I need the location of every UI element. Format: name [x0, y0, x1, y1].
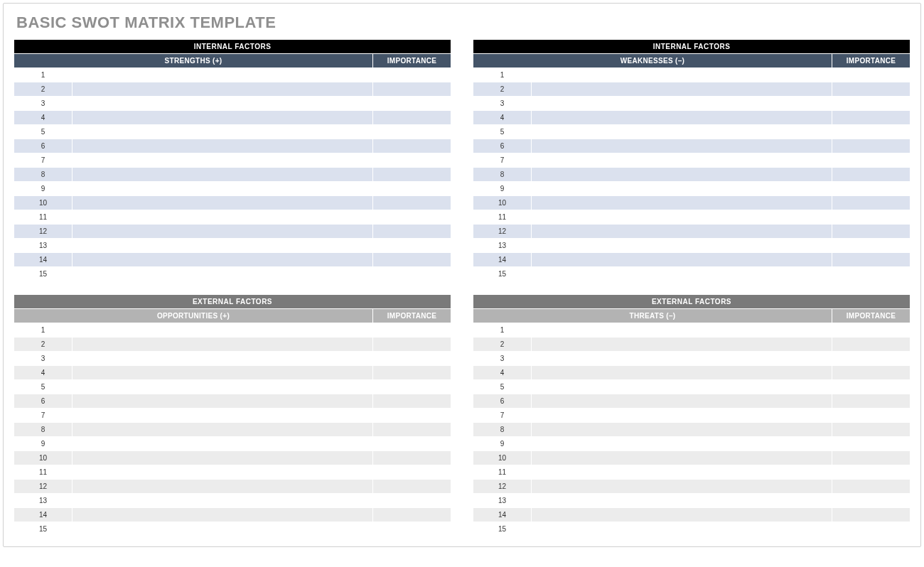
importance-cell[interactable] [832, 409, 910, 423]
importance-cell[interactable] [372, 111, 451, 125]
item-cell[interactable] [72, 125, 373, 139]
item-cell[interactable] [532, 68, 832, 82]
importance-cell[interactable] [372, 97, 451, 111]
importance-cell[interactable] [832, 253, 910, 267]
importance-cell[interactable] [372, 494, 451, 508]
importance-cell[interactable] [832, 338, 910, 352]
item-cell[interactable] [532, 508, 832, 522]
item-cell[interactable] [72, 267, 373, 281]
importance-cell[interactable] [832, 480, 910, 494]
importance-cell[interactable] [372, 394, 451, 409]
item-cell[interactable] [72, 323, 373, 338]
item-cell[interactable] [72, 352, 373, 366]
importance-cell[interactable] [832, 182, 910, 196]
item-cell[interactable] [532, 451, 832, 465]
importance-cell[interactable] [832, 437, 910, 451]
item-cell[interactable] [532, 494, 832, 508]
item-cell[interactable] [532, 168, 832, 182]
importance-cell[interactable] [372, 225, 451, 239]
item-cell[interactable] [72, 423, 373, 437]
importance-cell[interactable] [372, 139, 451, 153]
importance-cell[interactable] [832, 423, 910, 437]
item-cell[interactable] [72, 494, 373, 508]
item-cell[interactable] [532, 465, 832, 480]
item-cell[interactable] [532, 153, 832, 168]
item-cell[interactable] [72, 253, 373, 267]
item-cell[interactable] [72, 394, 373, 409]
importance-cell[interactable] [372, 323, 451, 338]
item-cell[interactable] [72, 508, 373, 522]
importance-cell[interactable] [832, 139, 910, 153]
importance-cell[interactable] [832, 210, 910, 225]
importance-cell[interactable] [832, 522, 910, 536]
item-cell[interactable] [532, 225, 832, 239]
importance-cell[interactable] [832, 239, 910, 253]
item-cell[interactable] [532, 366, 832, 380]
importance-cell[interactable] [372, 68, 451, 82]
item-cell[interactable] [532, 82, 832, 97]
importance-cell[interactable] [372, 168, 451, 182]
item-cell[interactable] [532, 196, 832, 210]
importance-cell[interactable] [372, 267, 451, 281]
importance-cell[interactable] [372, 480, 451, 494]
item-cell[interactable] [72, 153, 373, 168]
item-cell[interactable] [72, 451, 373, 465]
importance-cell[interactable] [832, 82, 910, 97]
item-cell[interactable] [72, 239, 373, 253]
importance-cell[interactable] [372, 352, 451, 366]
importance-cell[interactable] [372, 380, 451, 394]
importance-cell[interactable] [832, 380, 910, 394]
item-cell[interactable] [72, 480, 373, 494]
importance-cell[interactable] [372, 338, 451, 352]
importance-cell[interactable] [372, 210, 451, 225]
item-cell[interactable] [532, 239, 832, 253]
importance-cell[interactable] [372, 196, 451, 210]
importance-cell[interactable] [832, 394, 910, 409]
item-cell[interactable] [72, 182, 373, 196]
item-cell[interactable] [72, 97, 373, 111]
importance-cell[interactable] [372, 182, 451, 196]
item-cell[interactable] [532, 111, 832, 125]
importance-cell[interactable] [832, 97, 910, 111]
importance-cell[interactable] [832, 451, 910, 465]
importance-cell[interactable] [372, 522, 451, 536]
item-cell[interactable] [72, 68, 373, 82]
item-cell[interactable] [72, 225, 373, 239]
importance-cell[interactable] [372, 253, 451, 267]
item-cell[interactable] [532, 409, 832, 423]
item-cell[interactable] [532, 253, 832, 267]
item-cell[interactable] [72, 168, 373, 182]
importance-cell[interactable] [372, 423, 451, 437]
item-cell[interactable] [532, 338, 832, 352]
item-cell[interactable] [72, 196, 373, 210]
item-cell[interactable] [72, 409, 373, 423]
item-cell[interactable] [72, 210, 373, 225]
importance-cell[interactable] [832, 323, 910, 338]
importance-cell[interactable] [832, 225, 910, 239]
importance-cell[interactable] [372, 465, 451, 480]
importance-cell[interactable] [832, 125, 910, 139]
item-cell[interactable] [532, 380, 832, 394]
item-cell[interactable] [532, 480, 832, 494]
importance-cell[interactable] [832, 508, 910, 522]
item-cell[interactable] [72, 366, 373, 380]
importance-cell[interactable] [372, 451, 451, 465]
importance-cell[interactable] [372, 82, 451, 97]
importance-cell[interactable] [832, 465, 910, 480]
importance-cell[interactable] [372, 508, 451, 522]
importance-cell[interactable] [832, 168, 910, 182]
importance-cell[interactable] [832, 267, 910, 281]
item-cell[interactable] [72, 465, 373, 480]
item-cell[interactable] [532, 267, 832, 281]
importance-cell[interactable] [372, 125, 451, 139]
importance-cell[interactable] [372, 239, 451, 253]
importance-cell[interactable] [832, 494, 910, 508]
importance-cell[interactable] [832, 352, 910, 366]
importance-cell[interactable] [372, 153, 451, 168]
item-cell[interactable] [532, 139, 832, 153]
importance-cell[interactable] [832, 366, 910, 380]
item-cell[interactable] [532, 125, 832, 139]
item-cell[interactable] [532, 323, 832, 338]
item-cell[interactable] [72, 139, 373, 153]
item-cell[interactable] [532, 97, 832, 111]
